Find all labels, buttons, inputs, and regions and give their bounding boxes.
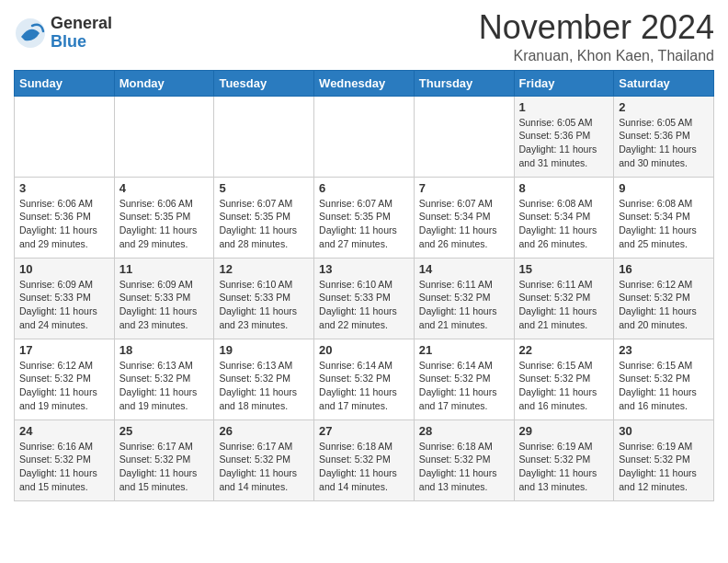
title-block: November 2024 Kranuan, Khon Kaen, Thaila… <box>479 9 714 64</box>
logo-icon <box>14 17 47 50</box>
day-info: Sunrise: 6:17 AM Sunset: 5:32 PM Dayligh… <box>219 440 309 494</box>
calendar-day-cell <box>214 96 314 177</box>
day-info: Sunrise: 6:14 AM Sunset: 5:32 PM Dayligh… <box>419 359 509 413</box>
day-number: 13 <box>319 262 409 276</box>
day-info: Sunrise: 6:07 AM Sunset: 5:35 PM Dayligh… <box>319 197 409 251</box>
day-number: 18 <box>119 343 210 357</box>
calendar-day-cell: 15Sunrise: 6:11 AM Sunset: 5:32 PM Dayli… <box>514 258 614 339</box>
day-number: 6 <box>319 181 409 195</box>
calendar-day-cell: 29Sunrise: 6:19 AM Sunset: 5:32 PM Dayli… <box>514 419 614 500</box>
day-info: Sunrise: 6:07 AM Sunset: 5:34 PM Dayligh… <box>419 197 509 251</box>
logo-text: General Blue <box>51 15 112 52</box>
calendar-day-cell: 2Sunrise: 6:05 AM Sunset: 5:36 PM Daylig… <box>614 96 714 177</box>
calendar-day-cell: 14Sunrise: 6:11 AM Sunset: 5:32 PM Dayli… <box>414 258 514 339</box>
calendar-day-cell <box>314 96 415 177</box>
day-info: Sunrise: 6:12 AM Sunset: 5:32 PM Dayligh… <box>19 359 109 413</box>
calendar-day-cell: 22Sunrise: 6:15 AM Sunset: 5:32 PM Dayli… <box>514 339 614 419</box>
calendar-day-cell: 28Sunrise: 6:18 AM Sunset: 5:32 PM Dayli… <box>414 419 514 500</box>
day-number: 14 <box>419 262 509 276</box>
day-info: Sunrise: 6:06 AM Sunset: 5:36 PM Dayligh… <box>19 197 109 251</box>
calendar-day-cell: 19Sunrise: 6:13 AM Sunset: 5:32 PM Dayli… <box>214 339 314 419</box>
day-info: Sunrise: 6:18 AM Sunset: 5:32 PM Dayligh… <box>319 440 409 494</box>
day-number: 30 <box>619 424 709 438</box>
col-friday: Friday <box>514 70 614 96</box>
calendar-day-cell: 23Sunrise: 6:15 AM Sunset: 5:32 PM Dayli… <box>614 339 714 419</box>
logo-blue: Blue <box>51 33 112 52</box>
day-number: 3 <box>19 181 109 195</box>
calendar-page: General Blue November 2024 Kranuan, Khon… <box>0 0 728 515</box>
logo-general: General <box>51 15 112 33</box>
day-number: 8 <box>519 181 609 195</box>
col-saturday: Saturday <box>614 70 714 96</box>
day-number: 11 <box>119 262 210 276</box>
calendar-day-cell: 11Sunrise: 6:09 AM Sunset: 5:33 PM Dayli… <box>114 258 214 339</box>
day-number: 20 <box>319 343 409 357</box>
day-info: Sunrise: 6:16 AM Sunset: 5:32 PM Dayligh… <box>19 440 109 494</box>
calendar-week-row: 3Sunrise: 6:06 AM Sunset: 5:36 PM Daylig… <box>15 177 714 258</box>
day-number: 17 <box>19 343 109 357</box>
day-number: 16 <box>619 262 709 276</box>
month-title: November 2024 <box>479 9 714 46</box>
calendar-day-cell: 10Sunrise: 6:09 AM Sunset: 5:33 PM Dayli… <box>15 258 115 339</box>
calendar-day-cell: 25Sunrise: 6:17 AM Sunset: 5:32 PM Dayli… <box>114 419 214 500</box>
day-info: Sunrise: 6:15 AM Sunset: 5:32 PM Dayligh… <box>519 359 609 413</box>
calendar-day-cell: 3Sunrise: 6:06 AM Sunset: 5:36 PM Daylig… <box>15 177 115 258</box>
day-info: Sunrise: 6:09 AM Sunset: 5:33 PM Dayligh… <box>119 278 210 332</box>
day-number: 24 <box>19 424 109 438</box>
calendar-day-cell: 20Sunrise: 6:14 AM Sunset: 5:32 PM Dayli… <box>314 339 415 419</box>
calendar-day-cell: 1Sunrise: 6:05 AM Sunset: 5:36 PM Daylig… <box>514 96 614 177</box>
calendar-table: Sunday Monday Tuesday Wednesday Thursday… <box>14 70 714 501</box>
day-number: 12 <box>219 262 309 276</box>
col-thursday: Thursday <box>414 70 514 96</box>
day-info: Sunrise: 6:10 AM Sunset: 5:33 PM Dayligh… <box>219 278 309 332</box>
day-info: Sunrise: 6:14 AM Sunset: 5:32 PM Dayligh… <box>319 359 409 413</box>
day-number: 23 <box>619 343 709 357</box>
calendar-day-cell: 16Sunrise: 6:12 AM Sunset: 5:32 PM Dayli… <box>614 258 714 339</box>
day-number: 19 <box>219 343 309 357</box>
calendar-day-cell: 27Sunrise: 6:18 AM Sunset: 5:32 PM Dayli… <box>314 419 415 500</box>
day-number: 5 <box>219 181 309 195</box>
calendar-day-cell: 17Sunrise: 6:12 AM Sunset: 5:32 PM Dayli… <box>15 339 115 419</box>
day-info: Sunrise: 6:08 AM Sunset: 5:34 PM Dayligh… <box>519 197 609 251</box>
day-info: Sunrise: 6:05 AM Sunset: 5:36 PM Dayligh… <box>519 116 609 170</box>
day-info: Sunrise: 6:12 AM Sunset: 5:32 PM Dayligh… <box>619 278 709 332</box>
day-info: Sunrise: 6:11 AM Sunset: 5:32 PM Dayligh… <box>419 278 509 332</box>
day-info: Sunrise: 6:08 AM Sunset: 5:34 PM Dayligh… <box>619 197 709 251</box>
calendar-day-cell <box>114 96 214 177</box>
day-number: 15 <box>519 262 609 276</box>
calendar-day-cell: 8Sunrise: 6:08 AM Sunset: 5:34 PM Daylig… <box>514 177 614 258</box>
calendar-day-cell: 12Sunrise: 6:10 AM Sunset: 5:33 PM Dayli… <box>214 258 314 339</box>
day-info: Sunrise: 6:10 AM Sunset: 5:33 PM Dayligh… <box>319 278 409 332</box>
calendar-day-cell: 13Sunrise: 6:10 AM Sunset: 5:33 PM Dayli… <box>314 258 415 339</box>
day-number: 9 <box>619 181 709 195</box>
calendar-day-cell: 18Sunrise: 6:13 AM Sunset: 5:32 PM Dayli… <box>114 339 214 419</box>
day-info: Sunrise: 6:18 AM Sunset: 5:32 PM Dayligh… <box>419 440 509 494</box>
calendar-header-row: Sunday Monday Tuesday Wednesday Thursday… <box>15 70 714 96</box>
calendar-day-cell: 24Sunrise: 6:16 AM Sunset: 5:32 PM Dayli… <box>15 419 115 500</box>
calendar-day-cell: 6Sunrise: 6:07 AM Sunset: 5:35 PM Daylig… <box>314 177 415 258</box>
calendar-day-cell <box>15 96 115 177</box>
calendar-day-cell: 4Sunrise: 6:06 AM Sunset: 5:35 PM Daylig… <box>114 177 214 258</box>
calendar-week-row: 24Sunrise: 6:16 AM Sunset: 5:32 PM Dayli… <box>15 419 714 500</box>
day-number: 26 <box>219 424 309 438</box>
day-number: 25 <box>119 424 210 438</box>
calendar-day-cell: 26Sunrise: 6:17 AM Sunset: 5:32 PM Dayli… <box>214 419 314 500</box>
day-number: 2 <box>619 100 709 114</box>
day-number: 1 <box>519 100 609 114</box>
day-info: Sunrise: 6:17 AM Sunset: 5:32 PM Dayligh… <box>119 440 210 494</box>
day-info: Sunrise: 6:19 AM Sunset: 5:32 PM Dayligh… <box>619 440 709 494</box>
day-number: 22 <box>519 343 609 357</box>
day-info: Sunrise: 6:09 AM Sunset: 5:33 PM Dayligh… <box>19 278 109 332</box>
col-sunday: Sunday <box>15 70 115 96</box>
day-info: Sunrise: 6:13 AM Sunset: 5:32 PM Dayligh… <box>119 359 210 413</box>
day-number: 4 <box>119 181 210 195</box>
location: Kranuan, Khon Kaen, Thailand <box>479 48 714 64</box>
day-info: Sunrise: 6:07 AM Sunset: 5:35 PM Dayligh… <box>219 197 309 251</box>
calendar-week-row: 1Sunrise: 6:05 AM Sunset: 5:36 PM Daylig… <box>15 96 714 177</box>
day-number: 29 <box>519 424 609 438</box>
day-info: Sunrise: 6:13 AM Sunset: 5:32 PM Dayligh… <box>219 359 309 413</box>
calendar-day-cell <box>414 96 514 177</box>
calendar-day-cell: 9Sunrise: 6:08 AM Sunset: 5:34 PM Daylig… <box>614 177 714 258</box>
calendar-week-row: 10Sunrise: 6:09 AM Sunset: 5:33 PM Dayli… <box>15 258 714 339</box>
col-monday: Monday <box>114 70 214 96</box>
